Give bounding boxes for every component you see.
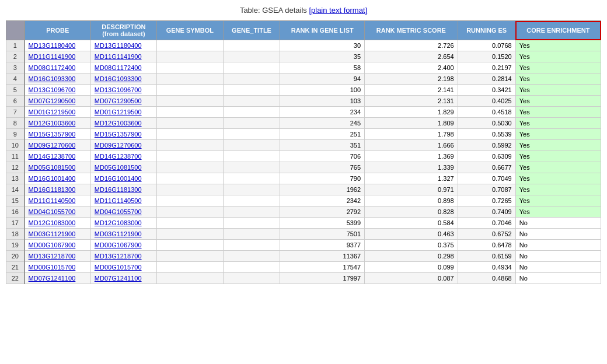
cell-core-enrichment: No [515,218,601,229]
cell-rownum: 5 [6,85,25,96]
cell-core-enrichment: No [515,229,601,240]
cell-probe[interactable]: MD00G1067900 [25,240,91,251]
cell-description[interactable]: MD07G1290500 [90,96,156,107]
cell-description[interactable]: MD16G1093300 [90,74,156,85]
plain-text-link[interactable]: [plain text format] [309,6,367,15]
cell-rownum: 16 [6,206,25,218]
table-row: 10 MD09G1270600 MD09G1270600 351 1.666 0… [6,140,601,151]
cell-probe[interactable]: MD07G1241100 [25,273,91,284]
cell-rank-metric-score: 0.099 [365,262,458,273]
cell-rownum: 9 [6,129,25,140]
cell-gene-symbol [156,218,223,229]
cell-description[interactable]: MD04G1055700 [90,206,156,218]
cell-core-enrichment: Yes [515,40,601,51]
cell-description[interactable]: MD16G1181300 [90,184,156,195]
cell-gene-symbol [156,240,223,251]
cell-description[interactable]: MD16G1001400 [90,173,156,184]
cell-description[interactable]: MD09G1270600 [90,140,156,151]
cell-description[interactable]: MD14G1238700 [90,151,156,162]
cell-rownum: 15 [6,195,25,206]
cell-running-es: 0.4934 [458,262,515,273]
cell-description[interactable]: MD08G1172400 [90,62,156,74]
cell-description[interactable]: MD13G1180400 [90,40,156,51]
table-row: 15 MD11G1140500 MD11G1140500 2342 0.898 … [6,195,601,206]
cell-probe[interactable]: MD01G1219500 [25,107,91,118]
cell-rank-in-gene-list: 94 [280,74,365,85]
cell-description[interactable]: MD03G1121900 [90,229,156,240]
cell-rank-metric-score: 0.828 [365,206,458,218]
cell-probe[interactable]: MD12G1083000 [25,218,91,229]
cell-gene-title [223,206,280,218]
cell-probe[interactable]: MD00G1015700 [25,262,91,273]
cell-probe[interactable]: MD11G1140500 [25,195,91,206]
cell-gene-title [223,140,280,151]
cell-probe[interactable]: MD12G1003600 [25,118,91,129]
cell-rank-in-gene-list: 351 [280,140,365,151]
cell-probe[interactable]: MD16G1181300 [25,184,91,195]
cell-description[interactable]: MD12G1083000 [90,218,156,229]
cell-gene-symbol [156,273,223,284]
cell-rank-metric-score: 2.131 [365,96,458,107]
cell-probe[interactable]: MD13G1218700 [25,251,91,262]
cell-running-es: 0.4025 [458,96,515,107]
cell-probe[interactable]: MD03G1121900 [25,229,91,240]
cell-description[interactable]: MD05G1081500 [90,162,156,173]
cell-gene-title [223,85,280,96]
cell-description[interactable]: MD11G1141900 [90,51,156,62]
cell-running-es: 0.7087 [458,184,515,195]
cell-probe[interactable]: MD15G1357900 [25,129,91,140]
cell-rank-metric-score: 1.829 [365,107,458,118]
cell-gene-title [223,184,280,195]
cell-probe[interactable]: MD13G1180400 [25,40,91,51]
cell-rank-in-gene-list: 100 [280,85,365,96]
cell-rank-in-gene-list: 5399 [280,218,365,229]
cell-running-es: 0.7265 [458,195,515,206]
cell-gene-symbol [156,206,223,218]
cell-rank-in-gene-list: 11367 [280,251,365,262]
cell-probe[interactable]: MD05G1081500 [25,162,91,173]
table-row: 8 MD12G1003600 MD12G1003600 245 1.809 0.… [6,118,601,129]
cell-description[interactable]: MD01G1219500 [90,107,156,118]
cell-rank-metric-score: 1.809 [365,118,458,129]
cell-core-enrichment: Yes [515,162,601,173]
cell-description[interactable]: MD07G1241100 [90,273,156,284]
cell-probe[interactable]: MD14G1238700 [25,151,91,162]
cell-rank-metric-score: 1.666 [365,140,458,151]
cell-description[interactable]: MD00G1067900 [90,240,156,251]
cell-description[interactable]: MD15G1357900 [90,129,156,140]
cell-probe[interactable]: MD04G1055700 [25,206,91,218]
cell-description[interactable]: MD11G1140500 [90,195,156,206]
table-wrapper: PROBE DESCRIPTION(from dataset) GENE SYM… [6,20,601,284]
cell-rank-in-gene-list: 790 [280,173,365,184]
cell-rownum: 10 [6,140,25,151]
cell-description[interactable]: MD12G1003600 [90,118,156,129]
table-row: 4 MD16G1093300 MD16G1093300 94 2.198 0.2… [6,74,601,85]
cell-gene-title [223,51,280,62]
cell-rank-in-gene-list: 7501 [280,229,365,240]
cell-description[interactable]: MD13G1218700 [90,251,156,262]
cell-gene-symbol [156,195,223,206]
cell-probe[interactable]: MD11G1141900 [25,51,91,62]
cell-running-es: 0.2197 [458,62,515,74]
cell-gene-title [223,151,280,162]
cell-rank-in-gene-list: 2792 [280,206,365,218]
cell-core-enrichment: Yes [515,173,601,184]
cell-gene-symbol [156,162,223,173]
cell-gene-symbol [156,229,223,240]
cell-rownum: 22 [6,273,25,284]
cell-description[interactable]: MD13G1096700 [90,85,156,96]
cell-probe[interactable]: MD07G1290500 [25,96,91,107]
cell-gene-symbol [156,62,223,74]
cell-core-enrichment: Yes [515,140,601,151]
cell-probe[interactable]: MD16G1001400 [25,173,91,184]
cell-probe[interactable]: MD16G1093300 [25,74,91,85]
cell-probe[interactable]: MD09G1270600 [25,140,91,151]
cell-rank-metric-score: 0.584 [365,218,458,229]
cell-description[interactable]: MD00G1015700 [90,262,156,273]
cell-running-es: 0.5030 [458,118,515,129]
cell-probe[interactable]: MD13G1096700 [25,85,91,96]
cell-running-es: 0.3421 [458,85,515,96]
cell-probe[interactable]: MD08G1172400 [25,62,91,74]
cell-rank-metric-score: 0.087 [365,273,458,284]
cell-running-es: 0.6159 [458,251,515,262]
